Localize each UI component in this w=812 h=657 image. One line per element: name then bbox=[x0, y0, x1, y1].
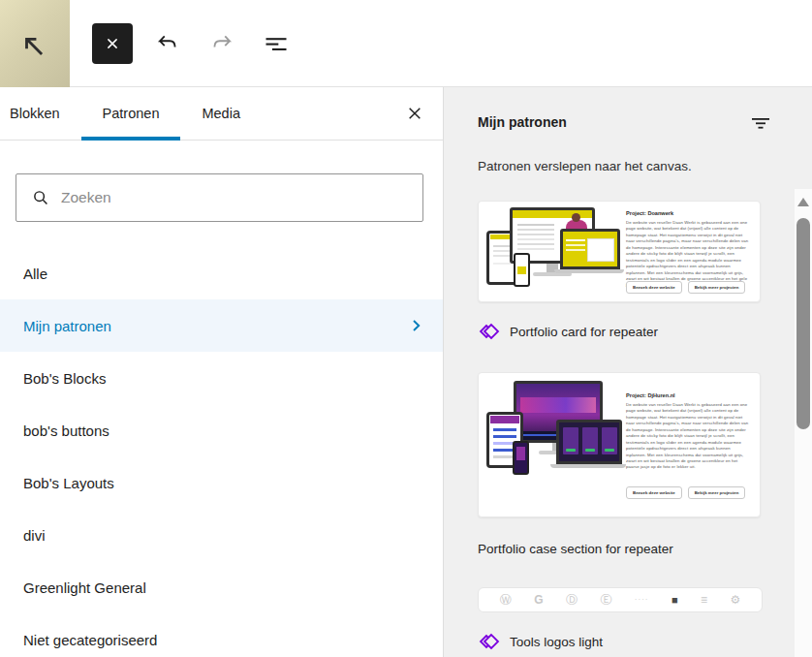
close-panel-button[interactable] bbox=[398, 97, 431, 130]
category-label: Niet gecategoriseerd bbox=[23, 632, 157, 648]
square-logo-icon: ■ bbox=[671, 595, 678, 606]
drag-hint-text: Patronen verslepen naar het canvas. bbox=[478, 159, 773, 173]
category-bobs-blocks[interactable]: Bob's Blocks bbox=[0, 352, 443, 404]
inserter-tabs: Blokken Patronen Media bbox=[0, 87, 443, 141]
pattern-item-portfolio-case[interactable]: Portfolio case section for repeater bbox=[478, 535, 812, 562]
dots-logo-icon: ···· bbox=[635, 596, 649, 604]
patterns-title: Mijn patronen bbox=[478, 114, 567, 130]
phone-mockup bbox=[514, 253, 530, 287]
editor-toolbar bbox=[70, 0, 812, 87]
undo-button[interactable] bbox=[148, 24, 187, 63]
category-greenlight-general[interactable]: Greenlight General bbox=[0, 561, 443, 613]
category-divi[interactable]: divi bbox=[0, 509, 443, 561]
preview-body-text: De website van reseller Daan Werkt is ge… bbox=[626, 220, 751, 289]
g-logo-icon: G bbox=[534, 594, 543, 606]
close-inserter-button[interactable] bbox=[92, 23, 133, 64]
pattern-item-portfolio-card[interactable]: Portfolio card for repeater bbox=[478, 318, 812, 345]
close-icon bbox=[404, 103, 425, 124]
inserter-panel: Blokken Patronen Media Alle Mijn patrone… bbox=[0, 87, 444, 657]
category-label: bob's buttons bbox=[23, 422, 109, 439]
preview-buttons: Bezoek deze website Bekijk meer projecte… bbox=[626, 281, 745, 294]
synced-pattern-icon bbox=[478, 630, 501, 653]
pattern-name: Tools logos light bbox=[510, 635, 603, 649]
category-label: Greenlight General bbox=[23, 579, 146, 596]
laptop-base bbox=[554, 269, 624, 273]
patterns-results-panel: Mijn patronen Patronen verslepen naar he… bbox=[444, 87, 812, 657]
search-input[interactable] bbox=[61, 189, 409, 206]
category-bobs-buttons[interactable]: bob's buttons bbox=[0, 404, 443, 456]
preview-text-column: Project: Doanwerk De website van reselle… bbox=[626, 210, 751, 294]
category-mijn-patronen[interactable]: Mijn patronen bbox=[0, 299, 443, 352]
elementor-logo-icon: Ⓔ bbox=[600, 594, 611, 606]
preview-heading: Project: Doanwerk bbox=[626, 210, 751, 216]
pattern-preview-portfolio-case[interactable]: Project: DjHuren.nl De website van resel… bbox=[478, 372, 761, 517]
site-logo-tile[interactable] bbox=[0, 0, 70, 87]
laptop-base bbox=[550, 464, 626, 468]
redo-icon bbox=[209, 31, 234, 56]
pattern-preview-tools-logos[interactable]: Ⓦ G Ⓓ Ⓔ ···· ■ ≡ ⚙ bbox=[478, 587, 763, 612]
laptop-mockup bbox=[560, 229, 620, 269]
category-label: divi bbox=[23, 527, 46, 544]
filter-button[interactable] bbox=[749, 110, 772, 134]
search-icon bbox=[30, 187, 51, 208]
category-niet-gecategoriseerd[interactable]: Niet gecategoriseerd bbox=[0, 613, 443, 657]
pattern-item-tools-logos[interactable]: Tools logos light bbox=[478, 628, 812, 655]
pattern-preview-portfolio-card[interactable]: Project: Doanwerk De website van reselle… bbox=[478, 201, 761, 302]
laptop-mockup bbox=[556, 420, 622, 464]
undo-icon bbox=[155, 31, 180, 56]
divi-logo-icon: Ⓓ bbox=[566, 594, 578, 606]
redo-button[interactable] bbox=[203, 24, 241, 63]
filter-icon bbox=[749, 110, 772, 134]
device-mockup-yellow bbox=[486, 207, 624, 296]
category-label: Bob's Layouts bbox=[23, 475, 114, 491]
category-bobs-layouts[interactable]: Bob's Layouts bbox=[0, 456, 443, 509]
tab-blokken[interactable]: Blokken bbox=[8, 87, 62, 140]
preview-buttons: Bezoek deze website Bekijk meer projecte… bbox=[626, 486, 745, 499]
category-label: Mijn patronen bbox=[23, 318, 111, 334]
scrollbar-thumb[interactable] bbox=[796, 218, 810, 429]
category-label: Bob's Blocks bbox=[23, 370, 106, 387]
list-view-icon bbox=[263, 30, 290, 57]
phone-mockup bbox=[513, 441, 529, 475]
chevron-right-icon bbox=[404, 314, 427, 337]
tab-media[interactable]: Media bbox=[200, 87, 242, 140]
preview-body-text: De website van reseller Daan Werkt is ge… bbox=[626, 402, 751, 471]
pattern-name: Portfolio case section for repeater bbox=[478, 542, 673, 556]
category-alle[interactable]: Alle bbox=[0, 247, 443, 299]
scrollbar[interactable] bbox=[795, 189, 812, 657]
scrollbar-up-arrow[interactable] bbox=[797, 198, 809, 206]
lines-logo-icon: ≡ bbox=[701, 594, 707, 606]
preview-visit-button: Bezoek deze website bbox=[626, 486, 682, 499]
arrow-up-left-icon bbox=[15, 28, 55, 61]
search-box[interactable] bbox=[16, 173, 423, 222]
preview-heading: Project: DjHuren.nl bbox=[626, 392, 751, 398]
preview-more-button: Bekijk meer projecten bbox=[688, 486, 746, 499]
pattern-name: Portfolio card for repeater bbox=[510, 325, 658, 339]
wordpress-editor-inserter: Blokken Patronen Media Alle Mijn patrone… bbox=[0, 0, 812, 657]
preview-more-button: Bekijk meer projecten bbox=[688, 281, 746, 294]
pattern-category-list: Alle Mijn patronen Bob's Blocks bob's bu… bbox=[0, 247, 443, 657]
patterns-header: Mijn patronen bbox=[444, 87, 812, 134]
close-icon bbox=[104, 35, 121, 52]
category-label: Alle bbox=[23, 266, 47, 282]
document-overview-button[interactable] bbox=[257, 24, 296, 63]
gear-logo-icon: ⚙ bbox=[730, 594, 740, 606]
tab-patronen[interactable]: Patronen bbox=[101, 87, 162, 140]
synced-pattern-icon bbox=[478, 320, 501, 343]
device-mockup-purple bbox=[486, 379, 624, 511]
wordpress-logo-icon: Ⓦ bbox=[500, 594, 512, 606]
preview-text-column: Project: DjHuren.nl De website van resel… bbox=[626, 392, 751, 499]
preview-visit-button: Bezoek deze website bbox=[626, 281, 682, 294]
